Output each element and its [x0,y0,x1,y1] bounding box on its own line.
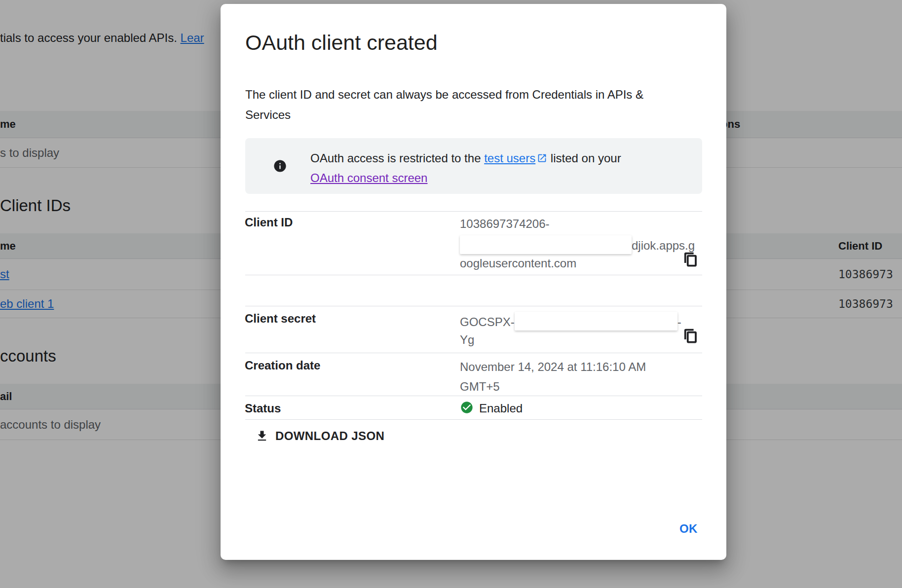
oauth-consent-screen-link[interactable]: OAuth consent screen [310,171,427,184]
client-id-label: Client ID [245,216,293,229]
status-value: Enabled [479,402,523,415]
creation-date-line1: November 14, 2024 at 11:16:10 AM [460,359,646,375]
banner-text: OAuth access is restricted to the test u… [310,148,700,188]
download-icon [255,429,269,443]
divider [245,275,702,275]
open-in-new-icon[interactable] [537,149,547,160]
banner-line-2: OAuth consent screen [310,168,700,188]
download-json-label: DOWNLOAD JSON [275,429,384,443]
client-id-line2-suffix: djiok.apps.g [632,239,695,252]
status-enabled-check-icon [460,401,474,414]
redacted-segment [515,312,677,331]
divider [245,211,702,212]
dialog-title: OAuth client created [245,30,438,55]
banner-line-1: OAuth access is restricted to the test u… [310,148,700,168]
copy-client-secret-icon[interactable] [683,329,698,343]
info-icon [273,159,287,173]
client-secret-line1-suffix: - [677,315,681,329]
creation-date-label: Creation date [245,359,320,372]
download-json-button[interactable]: DOWNLOAD JSON [251,424,388,448]
client-secret-label: Client secret [245,312,316,326]
creation-date-line2: GMT+5 [460,378,500,395]
copy-client-id-icon[interactable] [683,252,698,267]
divider [245,396,702,396]
banner-text-before: OAuth access is restricted to the [310,151,484,165]
redacted-segment [460,235,632,254]
banner-text-after: listed on your [547,151,621,165]
client-secret-prefix: GOCSPX- [460,315,515,329]
divider [245,353,702,353]
client-id-value-line3: oogleusercontent.com [460,255,576,272]
info-banner: OAuth access is restricted to the test u… [245,138,702,194]
client-secret-value-line2: Yg [460,331,474,348]
dialog-description: The client ID and secret can always be a… [245,84,684,125]
client-id-value-line2: djiok.apps.g [460,235,695,254]
client-secret-value-line1: GOCSPX-- [460,312,681,331]
test-users-link[interactable]: test users [484,151,535,165]
divider [245,306,702,306]
oauth-client-created-dialog: OAuth client created The client ID and s… [221,4,726,560]
client-id-value-line1: 1038697374206- [460,216,550,232]
divider [245,419,702,420]
status-label: Status [245,402,281,415]
ok-button[interactable]: OK [671,517,707,541]
